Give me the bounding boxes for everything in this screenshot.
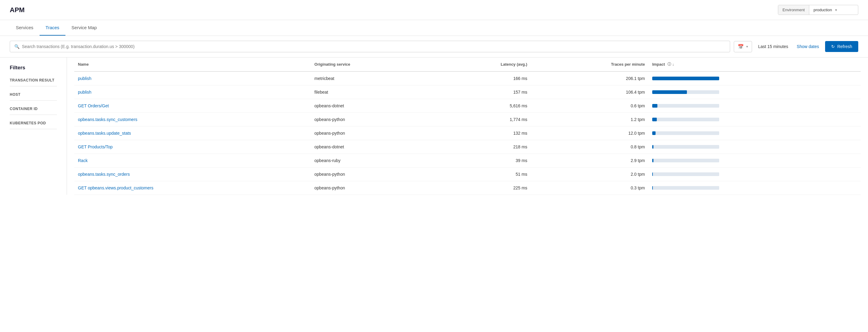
table-row: opbeans.tasks.update_statsopbeans-python… <box>74 127 861 140</box>
show-dates-button[interactable]: Show dates <box>794 42 822 52</box>
row-tpm: 106.4 tpm <box>531 86 648 99</box>
row-tpm: 12.0 tpm <box>531 127 648 140</box>
row-name[interactable]: publish <box>74 86 311 99</box>
row-impact <box>649 168 861 181</box>
impact-bar-fill <box>652 131 656 135</box>
refresh-icon: ↻ <box>831 44 835 49</box>
refresh-button[interactable]: ↻ Refresh <box>825 41 858 52</box>
row-latency: 1,774 ms <box>434 113 531 127</box>
row-name[interactable]: GET opbeans.views.product_customers <box>74 181 311 195</box>
row-tpm: 2.9 tpm <box>531 154 648 168</box>
tab-service-map[interactable]: Service Map <box>65 20 103 36</box>
search-input[interactable] <box>22 44 725 49</box>
time-label: Last 15 minutes <box>756 44 791 49</box>
impact-bar-fill <box>652 172 653 176</box>
table-row: publishmetricbeat166 ms206.1 tpm <box>74 71 861 86</box>
impact-bar-container <box>652 159 719 162</box>
main-content: Filters TRANSACTION RESULT HOST CONTAINE… <box>0 58 868 195</box>
app-title: APM <box>10 6 25 14</box>
col-header-originating-service: Originating service <box>311 58 434 71</box>
row-latency: 157 ms <box>434 86 531 99</box>
col-header-name: Name <box>74 58 311 71</box>
table-row: opbeans.tasks.sync_ordersopbeans-python5… <box>74 168 861 181</box>
row-service: opbeans-python <box>311 181 434 195</box>
row-service: filebeat <box>311 86 434 99</box>
impact-bar-container <box>652 172 719 176</box>
row-impact <box>649 113 861 127</box>
filter-label-transaction-result: TRANSACTION RESULT <box>10 78 57 86</box>
row-latency: 132 ms <box>434 127 531 140</box>
table-row: GET Orders/Getopbeans-dotnet5,616 ms0.6 … <box>74 99 861 113</box>
row-name[interactable]: opbeans.tasks.update_stats <box>74 127 311 140</box>
impact-bar-container <box>652 131 719 135</box>
filter-label-kubernetes-pod: KUBERNETES POD <box>10 121 57 129</box>
info-icon: ⓘ <box>668 62 671 67</box>
nav-tabs: Services Traces Service Map <box>0 20 868 36</box>
search-box[interactable]: 🔍 <box>10 41 730 52</box>
impact-bar-fill <box>652 104 658 108</box>
calendar-icon: 📅 <box>738 44 744 49</box>
row-name[interactable]: opbeans.tasks.sync_customers <box>74 113 311 127</box>
impact-bar-fill <box>652 77 719 80</box>
row-tpm: 2.0 tpm <box>531 168 648 181</box>
filters-title: Filters <box>10 65 57 71</box>
table-area: Name Originating service Latency (avg.) … <box>67 58 868 195</box>
environment-selector[interactable]: Environment production ▾ <box>778 5 858 15</box>
row-impact <box>649 140 861 154</box>
row-latency: 5,616 ms <box>434 99 531 113</box>
impact-bar-container <box>652 77 719 80</box>
impact-bar-container <box>652 186 719 190</box>
impact-bar-fill <box>652 90 687 94</box>
col-header-tpm: Traces per minute <box>531 58 648 71</box>
search-icon: 🔍 <box>14 44 20 49</box>
impact-bar-fill <box>652 159 653 162</box>
impact-bar-fill <box>652 186 653 190</box>
tab-traces[interactable]: Traces <box>39 20 65 36</box>
row-latency: 225 ms <box>434 181 531 195</box>
time-picker[interactable]: 📅 ▾ <box>734 41 752 52</box>
row-name[interactable]: publish <box>74 71 311 86</box>
row-service: opbeans-dotnet <box>311 140 434 154</box>
row-tpm: 0.3 tpm <box>531 181 648 195</box>
row-service: metricbeat <box>311 71 434 86</box>
row-impact <box>649 71 861 86</box>
filter-label-host: HOST <box>10 92 57 101</box>
chevron-down-icon: ▾ <box>746 45 748 48</box>
row-name[interactable]: GET Orders/Get <box>74 99 311 113</box>
tab-services[interactable]: Services <box>10 20 39 36</box>
row-name[interactable]: opbeans.tasks.sync_orders <box>74 168 311 181</box>
table-row: publishfilebeat157 ms106.4 tpm <box>74 86 861 99</box>
col-header-latency: Latency (avg.) <box>434 58 531 71</box>
table-row: GET opbeans.views.product_customersopbea… <box>74 181 861 195</box>
row-tpm: 206.1 tpm <box>531 71 648 86</box>
impact-bar-container <box>652 104 719 108</box>
filter-group-transaction-result: TRANSACTION RESULT <box>10 78 57 86</box>
impact-bar-container <box>652 118 719 121</box>
filter-group-kubernetes-pod: KUBERNETES POD <box>10 121 57 129</box>
toolbar: 🔍 📅 ▾ Last 15 minutes Show dates ↻ Refre… <box>0 36 868 58</box>
table-row: Rackopbeans-ruby39 ms2.9 tpm <box>74 154 861 168</box>
filters-sidebar: Filters TRANSACTION RESULT HOST CONTAINE… <box>0 58 67 195</box>
row-name[interactable]: GET Products/Top <box>74 140 311 154</box>
env-label: Environment <box>778 5 809 14</box>
row-service: opbeans-dotnet <box>311 99 434 113</box>
row-impact <box>649 181 861 195</box>
impact-bar-fill <box>652 145 653 149</box>
row-impact <box>649 154 861 168</box>
row-tpm: 0.6 tpm <box>531 99 648 113</box>
row-impact <box>649 99 861 113</box>
app-header: APM Environment production ▾ <box>0 0 868 20</box>
row-impact <box>649 127 861 140</box>
table-row: opbeans.tasks.sync_customersopbeans-pyth… <box>74 113 861 127</box>
row-tpm: 0.8 tpm <box>531 140 648 154</box>
row-service: opbeans-python <box>311 113 434 127</box>
table-row: GET Products/Topopbeans-dotnet218 ms0.8 … <box>74 140 861 154</box>
filter-group-host: HOST <box>10 92 57 101</box>
chevron-down-icon: ▾ <box>835 8 837 12</box>
col-header-impact[interactable]: Impact ⓘ ↓ <box>649 58 861 71</box>
traces-table: Name Originating service Latency (avg.) … <box>74 58 861 195</box>
env-value[interactable]: production ▾ <box>809 5 858 14</box>
row-service: opbeans-ruby <box>311 154 434 168</box>
filter-label-container-id: CONTAINER ID <box>10 107 57 115</box>
row-name[interactable]: Rack <box>74 154 311 168</box>
